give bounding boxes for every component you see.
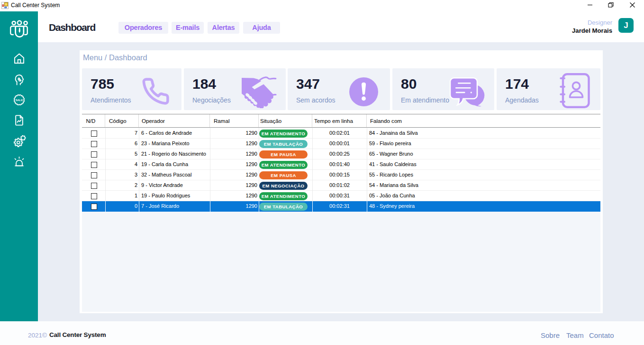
svg-text:SALE: SALE bbox=[16, 99, 23, 102]
